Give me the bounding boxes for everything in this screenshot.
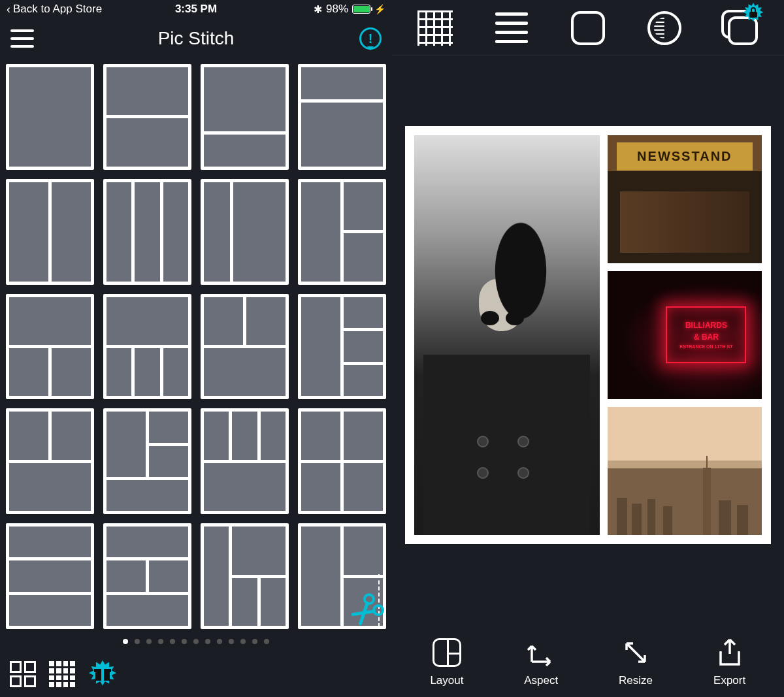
layout-template[interactable] <box>103 408 191 514</box>
info-button[interactable]: ! <box>359 27 382 50</box>
status-time: 3:35 PM <box>175 3 217 16</box>
layout-template[interactable] <box>6 523 94 629</box>
charging-icon: ⚡ <box>374 4 385 14</box>
svg-point-0 <box>363 592 376 606</box>
tool-border-style[interactable] <box>492 8 531 48</box>
layout-template[interactable] <box>298 523 386 629</box>
nav-bar: Pic Stitch ! <box>0 18 392 59</box>
layout-template[interactable] <box>103 179 191 285</box>
resize-button[interactable]: Resize <box>619 636 653 687</box>
back-chevron-icon: ‹ <box>7 3 10 16</box>
battery-icon <box>352 5 370 14</box>
collage-slot-3[interactable]: BILLIARDS & BAR ENTRANCE ON 11TH ST <box>608 271 762 399</box>
layout-template[interactable] <box>298 408 386 514</box>
layout-template[interactable] <box>103 523 191 629</box>
layout-template[interactable] <box>103 294 191 400</box>
photo-sign-text: NEWSSTAND <box>617 142 753 170</box>
layout-template[interactable] <box>6 179 94 285</box>
app-title: Pic Stitch <box>158 28 235 49</box>
layout-template[interactable] <box>201 523 289 629</box>
back-to-app-store[interactable]: ‹ Back to App Store <box>7 3 102 16</box>
classic-layouts-icon <box>10 661 36 687</box>
canvas-area: NEWSSTAND BILLIARDS & BAR ENTRANCE ON 11… <box>392 56 784 626</box>
aspect-icon <box>525 636 557 669</box>
status-bar: ‹ Back to App Store 3:35 PM ✱ 98% ⚡ <box>0 0 392 18</box>
layout-template[interactable] <box>6 408 94 514</box>
bottom-tabs <box>0 651 392 697</box>
layout-template[interactable] <box>298 294 386 400</box>
screen-layout-picker: ‹ Back to App Store 3:35 PM ✱ 98% ⚡ Pic … <box>0 0 392 697</box>
gift-box-icon <box>95 668 110 681</box>
collage-slot-1[interactable] <box>414 135 600 535</box>
tool-layers[interactable] <box>721 8 760 48</box>
aspect-button[interactable]: Aspect <box>524 636 558 687</box>
tool-vignette[interactable] <box>645 8 684 48</box>
layout-template[interactable] <box>298 64 386 170</box>
grid-pattern-icon <box>417 10 453 46</box>
vignette-icon <box>647 11 681 45</box>
collage-canvas[interactable]: NEWSSTAND BILLIARDS & BAR ENTRANCE ON 11… <box>405 126 771 544</box>
export-icon <box>713 636 746 669</box>
aspect-label: Aspect <box>524 674 558 687</box>
layout-template[interactable] <box>201 179 289 285</box>
export-label: Export <box>713 674 745 687</box>
layout-template[interactable] <box>298 179 386 285</box>
bottom-toolbar: Layout Aspect Resize Export <box>392 626 784 697</box>
layout-template[interactable] <box>201 294 289 400</box>
back-label: Back to App Store <box>13 3 102 16</box>
neon-sign: BILLIARDS & BAR ENTRANCE ON 11TH ST <box>666 306 746 363</box>
resize-label: Resize <box>619 674 653 687</box>
tab-fancy-layouts[interactable] <box>48 660 76 688</box>
layout-button[interactable]: Layout <box>430 636 463 687</box>
layout-template[interactable] <box>201 64 289 170</box>
export-button[interactable]: Export <box>713 636 746 687</box>
top-toolbar <box>392 0 784 56</box>
tool-corner-radius[interactable] <box>568 8 608 48</box>
layout-icon <box>433 638 461 667</box>
collage-slot-4[interactable] <box>608 407 762 535</box>
collage-slot-2[interactable]: NEWSSTAND <box>608 135 762 263</box>
scissors-icon <box>348 591 387 630</box>
layout-template[interactable] <box>201 408 289 514</box>
status-right: ✱ 98% ⚡ <box>314 3 385 16</box>
layout-template[interactable] <box>103 64 191 170</box>
layout-template-grid <box>0 59 392 632</box>
layout-template[interactable] <box>6 294 94 400</box>
page-indicator[interactable] <box>0 632 392 651</box>
border-style-icon <box>495 12 528 43</box>
tab-classic-layouts[interactable] <box>9 660 37 688</box>
resize-icon <box>619 636 652 669</box>
fancy-layouts-icon <box>49 661 75 687</box>
gift-button[interactable] <box>88 659 118 689</box>
screen-editor: NEWSSTAND BILLIARDS & BAR ENTRANCE ON 11… <box>392 0 784 697</box>
lock-icon <box>749 8 757 18</box>
layout-template[interactable] <box>6 64 94 170</box>
locked-feature-badge <box>742 2 764 24</box>
corner-radius-icon <box>571 11 605 45</box>
bluetooth-icon: ✱ <box>314 3 322 16</box>
tool-pattern[interactable] <box>416 8 455 48</box>
menu-button[interactable] <box>10 29 34 48</box>
battery-percent: 98% <box>326 3 348 16</box>
layout-label: Layout <box>430 674 463 687</box>
